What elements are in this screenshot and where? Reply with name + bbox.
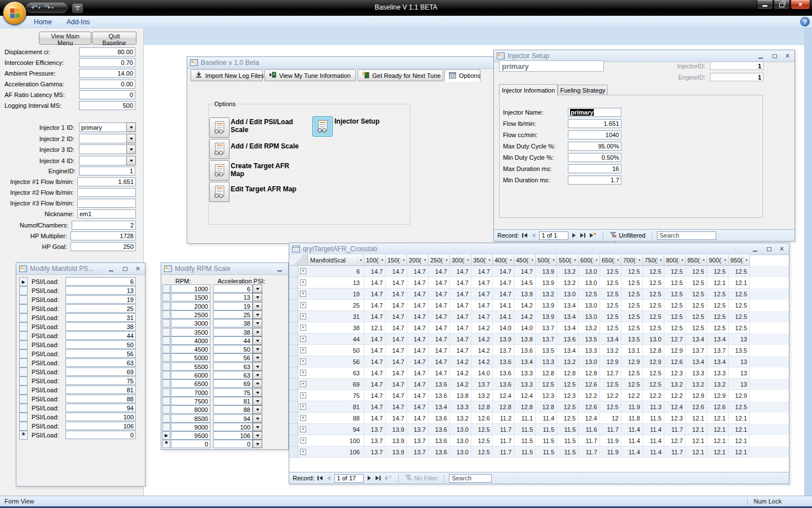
afr-cell[interactable]: 13.0: [579, 266, 600, 277]
dropdown-button[interactable]: [253, 328, 262, 336]
afr-cell[interactable]: 12.9: [643, 356, 664, 367]
afr-cell[interactable]: 11.9: [600, 435, 621, 446]
afr-cell[interactable]: 14.7: [450, 277, 471, 288]
afr-cell[interactable]: 13.7: [707, 345, 729, 356]
afr-cell[interactable]: 14.1: [493, 311, 514, 322]
afr-cell[interactable]: 14.7: [429, 266, 450, 277]
afr-cell[interactable]: 12.5: [643, 277, 664, 288]
afr-cell[interactable]: 13.6: [557, 334, 579, 345]
row-selector[interactable]: [162, 397, 170, 405]
row-selector[interactable]: [19, 340, 28, 349]
afr-cell[interactable]: 12.1: [729, 413, 750, 424]
afr-cell[interactable]: 13.4: [557, 345, 579, 356]
afr-cell[interactable]: 14.7: [386, 379, 407, 390]
row-selector[interactable]: ▶: [19, 277, 28, 286]
afr-cell[interactable]: 14.7: [429, 367, 450, 379]
afr-cell[interactable]: 12.5: [600, 401, 621, 413]
afr-cell[interactable]: 12.5: [621, 277, 643, 288]
afr-cell[interactable]: 13.3: [686, 367, 707, 379]
acceleration-psi-field[interactable]: 6: [213, 284, 253, 293]
afr-cell[interactable]: 13.7: [493, 345, 514, 356]
afr-cell[interactable]: 12.8: [493, 401, 514, 413]
afr-cell[interactable]: 14.7: [386, 356, 407, 367]
chevron-down-icon[interactable]: ▼: [593, 257, 598, 263]
text-field[interactable]: [77, 188, 136, 197]
expand-button[interactable]: +: [300, 336, 306, 342]
afr-cell[interactable]: 11.5: [514, 435, 536, 446]
afr-cell[interactable]: 12.4: [579, 413, 600, 424]
afr-cell[interactable]: 12.5: [621, 367, 643, 379]
psi-load-field[interactable]: 44: [65, 331, 136, 340]
afr-cell[interactable]: 12.5: [729, 322, 750, 334]
expand-button[interactable]: +: [300, 302, 306, 308]
row-selector[interactable]: [162, 302, 170, 310]
column-header[interactable]: 200(▼: [407, 255, 429, 266]
row-selector[interactable]: [19, 386, 28, 395]
afr-cell[interactable]: 13: [729, 367, 750, 379]
afr-cell[interactable]: 12.1: [707, 277, 729, 288]
psi-load-field[interactable]: 81: [65, 386, 136, 394]
afr-cell[interactable]: 11.5: [557, 435, 579, 446]
dropdown-button[interactable]: [253, 345, 262, 353]
afr-cell[interactable]: 12.5: [600, 379, 621, 390]
afr-cell[interactable]: 13.0: [450, 446, 471, 458]
afr-cell[interactable]: 14.7: [407, 322, 429, 334]
injector-setup-button[interactable]: [312, 116, 333, 137]
filter-status[interactable]: No Filter: [403, 474, 440, 482]
afr-cell[interactable]: 14.7: [364, 277, 386, 288]
dropdown-button[interactable]: [253, 379, 262, 388]
column-header[interactable]: 950(▼: [729, 255, 750, 266]
column-header[interactable]: 400(▼: [493, 255, 514, 266]
acceleration-psi-field[interactable]: 81: [213, 397, 253, 405]
expand-button[interactable]: +: [300, 313, 306, 319]
afr-cell[interactable]: 12.6: [707, 401, 729, 413]
afr-cell[interactable]: 12.1: [686, 424, 707, 435]
psi-load-field[interactable]: 38: [65, 322, 136, 331]
afr-cell[interactable]: 11.7: [600, 424, 621, 435]
dropdown-button[interactable]: [253, 414, 262, 423]
dropdown-button[interactable]: [253, 423, 262, 431]
afr-cell[interactable]: 13.9: [536, 300, 557, 311]
afr-cell[interactable]: 14.7: [407, 288, 429, 300]
afr-cell[interactable]: 12.5: [471, 435, 493, 446]
row-selector[interactable]: [19, 413, 28, 422]
afr-cell[interactable]: 12.9: [621, 356, 643, 367]
afr-cell[interactable]: 12.8: [579, 367, 600, 379]
afr-cell[interactable]: 13.7: [536, 322, 557, 334]
afr-cell[interactable]: 12.1: [364, 322, 386, 334]
afr-cell[interactable]: 13.0: [579, 311, 600, 322]
psi-load-field[interactable]: 25: [65, 304, 136, 313]
psi-load-field[interactable]: 19: [65, 295, 136, 304]
row-selector[interactable]: [162, 293, 170, 301]
column-header[interactable]: 850(▼: [686, 255, 707, 266]
afr-cell[interactable]: 12.4: [493, 390, 514, 401]
column-header[interactable]: 350(▼: [471, 255, 493, 266]
expand-button[interactable]: +: [300, 437, 306, 444]
text-field[interactable]: em1: [77, 209, 136, 218]
psi-load-field[interactable]: 31: [65, 313, 136, 322]
manifold-scale-cell[interactable]: 81: [308, 401, 364, 413]
afr-cell[interactable]: 14.7: [386, 345, 407, 356]
rpm-field[interactable]: 3500: [171, 328, 210, 336]
row-margin[interactable]: [289, 311, 298, 322]
expand-button[interactable]: +: [300, 381, 306, 387]
afr-cell[interactable]: 12.8: [643, 345, 664, 356]
row-margin[interactable]: [289, 367, 298, 379]
row-selector[interactable]: *: [19, 431, 28, 440]
text-field[interactable]: 0.50%: [568, 153, 621, 162]
afr-cell[interactable]: 14.0: [471, 367, 493, 379]
manifold-scale-cell[interactable]: 6: [308, 266, 364, 277]
row-selector[interactable]: [19, 304, 28, 313]
afr-cell[interactable]: 11.5: [536, 446, 557, 458]
afr-cell[interactable]: 13.4: [557, 322, 579, 334]
afr-cell[interactable]: 13.2: [557, 356, 579, 367]
row-selector[interactable]: [162, 414, 170, 423]
afr-cell[interactable]: 13.2: [707, 379, 729, 390]
psi-load-field[interactable]: 88: [65, 395, 136, 403]
psi-load-field[interactable]: 0: [65, 431, 136, 439]
afr-cell[interactable]: 13.6: [429, 413, 450, 424]
dropdown-button[interactable]: [253, 388, 262, 397]
afr-cell[interactable]: 12.5: [557, 379, 579, 390]
afr-cell[interactable]: 12.3: [664, 367, 686, 379]
chevron-down-icon[interactable]: ▼: [572, 257, 577, 263]
